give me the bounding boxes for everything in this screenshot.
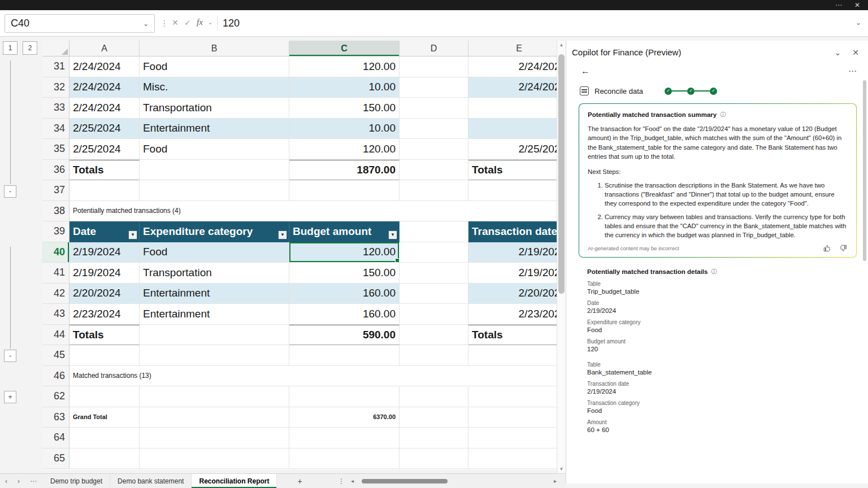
cell-C35[interactable]: 120.00	[289, 139, 400, 160]
cell-A64[interactable]	[70, 428, 140, 448]
sheet-tab-1[interactable]: Demo trip budget	[43, 474, 110, 488]
cell-D42[interactable]	[400, 284, 468, 304]
cell-C65[interactable]	[289, 448, 400, 469]
cell-D35[interactable]	[400, 139, 468, 160]
cell-B41[interactable]: Transportation	[140, 263, 289, 284]
row-header-31[interactable]: 31	[42, 56, 70, 77]
cell-A36[interactable]: Totals	[70, 160, 140, 181]
cell-D36[interactable]	[400, 160, 468, 181]
thumbs-up-icon[interactable]	[823, 244, 831, 252]
cell-E41[interactable]: 2/19/2024	[468, 263, 557, 284]
row-header-32[interactable]: 32	[42, 77, 70, 98]
horizontal-scrollbar-thumb[interactable]	[362, 479, 448, 483]
cell-B35[interactable]: Food	[140, 139, 289, 160]
cell-A41[interactable]: 2/19/2024	[70, 263, 140, 284]
select-all-corner[interactable]	[42, 41, 70, 56]
cell-E43[interactable]: 2/23/2024	[468, 304, 557, 325]
cell-B63[interactable]	[140, 407, 289, 428]
cell-C63[interactable]: 6370.00	[289, 407, 400, 428]
row-header-62[interactable]: 62	[42, 386, 70, 407]
cell-B64[interactable]	[140, 428, 289, 448]
collapse-group-button[interactable]: -	[4, 185, 16, 198]
cell-E63[interactable]	[468, 407, 557, 428]
filter-button[interactable]: ▼	[128, 230, 137, 239]
column-header-b[interactable]: B	[140, 41, 289, 56]
cell-C32[interactable]: 10.00	[289, 77, 400, 98]
cell-D40[interactable]	[400, 242, 468, 263]
cell-C44[interactable]: 590.00	[289, 325, 400, 346]
cell-E40[interactable]: 2/19/2024	[468, 242, 557, 263]
cell-E37[interactable]	[468, 180, 557, 201]
cell-D31[interactable]	[400, 56, 468, 77]
collapse-group-button[interactable]: -	[4, 350, 16, 362]
sheet-nav-right-icon[interactable]: ›	[12, 477, 25, 485]
cell-D63[interactable]	[400, 407, 468, 428]
cell-E32[interactable]: 2/24/2024	[468, 77, 557, 98]
sheet-tab-3[interactable]: Reconciliation Report	[192, 474, 277, 488]
cell-D45[interactable]	[400, 345, 468, 366]
cell-A38[interactable]: Potentially matched transactions (4)	[70, 201, 557, 222]
cell-E45[interactable]	[468, 345, 557, 366]
column-header-e[interactable]: E	[468, 41, 557, 56]
sheet-tab-2[interactable]: Demo bank statement	[110, 474, 192, 488]
column-header-d[interactable]: D	[400, 41, 468, 56]
cell-C62[interactable]	[289, 386, 400, 407]
filter-button[interactable]: ▼	[278, 230, 287, 239]
cell-D43[interactable]	[400, 304, 468, 325]
column-header-a[interactable]: A	[70, 41, 140, 56]
more-icon[interactable]: ⋯	[848, 66, 857, 76]
cell-D41[interactable]	[400, 263, 468, 284]
cell-E39[interactable]: Transaction date	[468, 221, 557, 242]
cell-B34[interactable]: Entertainment	[140, 119, 289, 140]
fill-handle[interactable]	[395, 258, 400, 263]
cell-B62[interactable]	[140, 386, 289, 407]
cell-C34[interactable]: 10.00	[289, 119, 400, 140]
cell-E31[interactable]: 2/24/2024	[468, 56, 557, 77]
cell-E65[interactable]	[468, 448, 557, 469]
cell-C43[interactable]: 160.00	[289, 304, 400, 325]
row-header-64[interactable]: 64	[42, 428, 70, 448]
row-header-65[interactable]: 65	[42, 448, 70, 469]
cell-B37[interactable]	[140, 180, 289, 201]
window-close-icon[interactable]: ✕	[854, 2, 860, 8]
cell-A34[interactable]: 2/25/2024	[70, 119, 140, 140]
row-header-46[interactable]: 46	[42, 366, 70, 387]
cell-A32[interactable]: 2/24/2024	[70, 77, 140, 98]
cell-C36[interactable]: 1870.00	[289, 160, 400, 181]
enter-icon[interactable]: ✓	[184, 18, 191, 27]
name-box[interactable]: C40 ⌄	[5, 14, 155, 33]
cell-A42[interactable]: 2/20/2024	[70, 284, 140, 304]
cell-B39[interactable]: Expenditure category▼	[140, 221, 289, 242]
row-header-35[interactable]: 35	[42, 139, 70, 160]
cell-C40[interactable]: 120.00	[289, 242, 400, 263]
vertical-scrollbar-thumb[interactable]	[558, 54, 565, 294]
cell-A63[interactable]: Grand Total	[70, 407, 140, 428]
cell-A46[interactable]: Matched transactions (13)	[70, 366, 557, 387]
row-header-34[interactable]: 34	[42, 119, 70, 140]
cell-C41[interactable]: 150.00	[289, 263, 400, 284]
cell-B43[interactable]: Entertainment	[140, 304, 289, 325]
cell-A45[interactable]	[70, 345, 140, 366]
cancel-icon[interactable]: ✕	[172, 18, 179, 27]
window-more-icon[interactable]: ⋯	[835, 2, 842, 8]
cell-C39[interactable]: Budget amount▼	[289, 221, 400, 242]
panel-close-icon[interactable]: ✕	[852, 48, 859, 57]
cell-B36[interactable]	[140, 160, 289, 181]
expand-group-button[interactable]: +	[4, 391, 16, 403]
row-header-33[interactable]: 33	[42, 98, 70, 119]
scroll-left-icon[interactable]: ◂	[349, 478, 355, 484]
horizontal-scrollbar-track[interactable]	[357, 478, 550, 485]
thumbs-down-icon[interactable]	[839, 244, 848, 252]
cell-B44[interactable]	[140, 325, 289, 346]
panel-scrollbar-thumb[interactable]	[863, 80, 866, 261]
outline-level-2-button[interactable]: 2	[23, 41, 37, 55]
cell-B32[interactable]: Misc.	[140, 77, 289, 98]
row-header-45[interactable]: 45	[42, 345, 70, 366]
row-header-44[interactable]: 44	[42, 325, 70, 346]
cell-A44[interactable]: Totals	[70, 325, 140, 346]
info-icon[interactable]: ⓘ	[720, 111, 726, 119]
chevron-down-icon[interactable]: ⌄	[208, 19, 212, 25]
back-icon[interactable]: ←	[581, 66, 590, 76]
cell-B31[interactable]: Food	[140, 56, 289, 77]
cell-D39[interactable]	[400, 221, 468, 242]
